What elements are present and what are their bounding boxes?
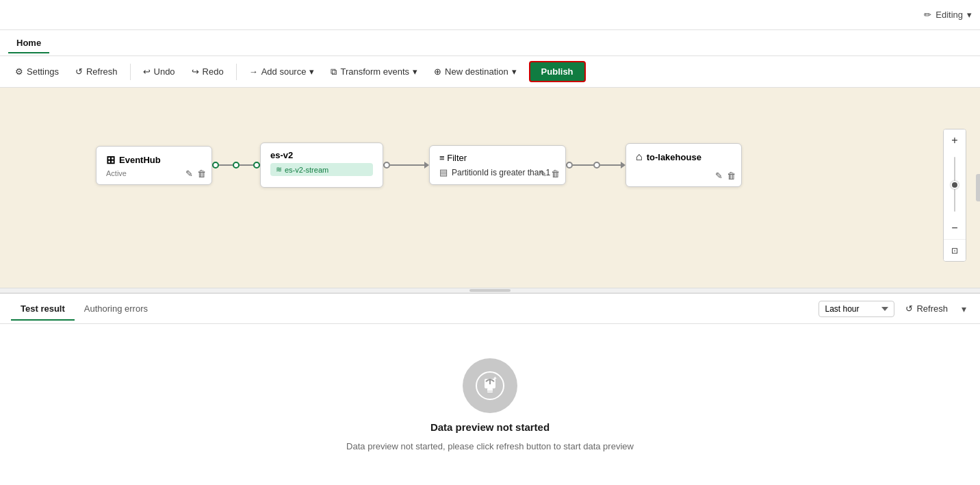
- new-destination-icon: ⊕: [434, 66, 441, 77]
- filter-out-dot: [566, 162, 573, 169]
- bottom-refresh-button[interactable]: ↺ Refresh: [900, 301, 953, 316]
- add-source-chevron: ▾: [309, 66, 314, 77]
- top-bar: ✏ Editing ▾: [0, 0, 980, 30]
- zoom-controls: + − ⊡: [943, 129, 966, 262]
- zoom-slider[interactable]: [944, 151, 966, 217]
- zoom-fit-button[interactable]: ⊡: [944, 239, 966, 261]
- connector-3: [566, 162, 626, 169]
- line-1b: [240, 164, 253, 166]
- filter-edit-icon[interactable]: ✎: [539, 169, 547, 179]
- editing-area: ✏ Editing ▾: [924, 10, 972, 20]
- empty-state-title: Data preview not started: [430, 421, 550, 433]
- empty-state-description: Data preview not started, please click r…: [346, 441, 634, 451]
- lakehouse-delete-icon[interactable]: 🗑: [727, 171, 736, 181]
- transform-events-button[interactable]: ⧉ Transform events ▾: [324, 63, 424, 81]
- settings-button[interactable]: ⚙ Settings: [8, 63, 66, 80]
- transform-chevron: ▾: [413, 66, 417, 77]
- lakehouse-header: ⌂ to-lakehouse: [636, 151, 732, 163]
- connector-1: [212, 162, 260, 169]
- line-2: [390, 164, 424, 166]
- esv2-node[interactable]: es-v2 ≋ es-v2-stream: [260, 142, 383, 188]
- filter-cond-icon: ▤: [439, 167, 448, 177]
- eventhub-icon: ⊞: [106, 153, 115, 166]
- esv2-stream-label: es-v2-stream: [285, 166, 328, 174]
- editing-label: Editing: [936, 10, 963, 20]
- line-3a: [573, 164, 593, 166]
- bottom-refresh-label: Refresh: [916, 303, 948, 314]
- zoom-track: [954, 157, 955, 212]
- empty-icon-circle: ✦: [463, 358, 517, 413]
- transform-icon: ⧉: [331, 66, 337, 77]
- lakehouse-actions: ✎ 🗑: [715, 171, 736, 181]
- eventhub-edit-icon[interactable]: ✎: [185, 169, 193, 179]
- redo-button[interactable]: ↪ Redo: [185, 63, 231, 80]
- new-destination-label: New destination: [445, 66, 508, 77]
- eventhub-out-dot: [212, 162, 219, 169]
- undo-button[interactable]: ↩ Undo: [136, 63, 182, 80]
- filter-condition-row: ▤ PartitionId is greater than 1: [439, 167, 556, 177]
- esv2-stream-chip: ≋ es-v2-stream: [270, 163, 373, 176]
- svg-text:✦: ✦: [493, 375, 498, 382]
- new-destination-button[interactable]: ⊕ New destination ▾: [427, 63, 524, 80]
- settings-icon: ⚙: [15, 66, 23, 77]
- lakehouse-node[interactable]: ⌂ to-lakehouse ✎ 🗑: [626, 143, 742, 187]
- redo-label: Redo: [203, 66, 224, 77]
- bottom-panel-chevron-button[interactable]: ▾: [959, 301, 969, 317]
- bottom-tab-actions: Last hour Last 24 hours Last 7 days ↺ Re…: [818, 301, 969, 317]
- right-drag-handle[interactable]: [976, 174, 980, 201]
- esv2-out-dot: [383, 162, 390, 169]
- eventhub-node[interactable]: ⊞ EventHub Active ✎ 🗑: [96, 146, 212, 185]
- filter-actions: ✎ 🗑: [539, 169, 560, 179]
- lakehouse-title: to-lakehouse: [647, 152, 701, 162]
- edit-icon: ✏: [924, 10, 931, 20]
- bottom-panel: Test result Authoring errors Last hour L…: [0, 293, 980, 485]
- canvas-area[interactable]: ⊞ EventHub Active ✎ 🗑 es-v2 ≋ es-v2-: [0, 88, 980, 288]
- undo-icon: ↩: [143, 66, 151, 77]
- svg-rect-2: [487, 388, 493, 393]
- redo-icon: ↪: [192, 66, 199, 77]
- toolbar-separator-2: [236, 64, 237, 80]
- connector-2: [383, 162, 429, 169]
- refresh-button[interactable]: ↺ Refresh: [68, 63, 125, 80]
- toolbar-separator-1: [130, 64, 131, 80]
- tab-authoring-errors[interactable]: Authoring errors: [75, 297, 157, 321]
- bottom-tabs-bar: Test result Authoring errors Last hour L…: [0, 294, 980, 324]
- esv2-title: es-v2: [270, 150, 293, 160]
- bottom-refresh-icon: ↺: [905, 303, 913, 314]
- filter-condition: PartitionId is greater than 1: [452, 168, 550, 177]
- arrow-head-2: [424, 162, 429, 169]
- flow-diagram: ⊞ EventHub Active ✎ 🗑 es-v2 ≋ es-v2-: [96, 142, 742, 188]
- eventhub-delete-icon[interactable]: 🗑: [197, 169, 206, 179]
- add-source-label: Add source: [261, 66, 307, 77]
- lakehouse-icon: ⌂: [636, 151, 643, 163]
- filter-delete-icon[interactable]: 🗑: [551, 169, 560, 179]
- lakehouse-edit-icon[interactable]: ✎: [715, 171, 723, 181]
- drag-handle-bar: [469, 289, 511, 292]
- zoom-in-button[interactable]: +: [944, 129, 966, 151]
- filter-node[interactable]: ≡ Filter ▤ PartitionId is greater than 1…: [429, 145, 566, 185]
- tab-test-result[interactable]: Test result: [11, 297, 75, 321]
- time-range-select[interactable]: Last hour Last 24 hours Last 7 days: [818, 301, 894, 317]
- eventhub-title: EventHub: [119, 155, 161, 165]
- line-3b: [600, 164, 621, 166]
- settings-label: Settings: [27, 66, 59, 77]
- eventhub-header: ⊞ EventHub: [106, 153, 202, 166]
- zoom-out-button[interactable]: −: [944, 217, 966, 239]
- zoom-thumb: [951, 181, 959, 189]
- undo-label: Undo: [154, 66, 175, 77]
- line-1a: [219, 164, 233, 166]
- arrow-head-3: [621, 162, 626, 169]
- publish-label: Publish: [541, 66, 573, 77]
- tab-home[interactable]: Home: [8, 32, 49, 53]
- toolbar: ⚙ Settings ↺ Refresh ↩ Undo ↪ Redo → Add…: [0, 56, 980, 88]
- publish-button[interactable]: Publish: [529, 61, 586, 82]
- empty-state: ✦ Data preview not started Data preview …: [0, 324, 980, 485]
- panel-resize-handle[interactable]: [0, 288, 980, 293]
- refresh-label: Refresh: [86, 66, 118, 77]
- add-source-button[interactable]: → Add source ▾: [242, 63, 322, 80]
- transform-label: Transform events: [340, 66, 409, 77]
- no-data-icon: ✦: [475, 371, 505, 401]
- refresh-icon: ↺: [75, 66, 83, 77]
- editing-dropdown-btn[interactable]: ▾: [967, 10, 972, 20]
- filter-header: ≡ Filter: [439, 153, 556, 163]
